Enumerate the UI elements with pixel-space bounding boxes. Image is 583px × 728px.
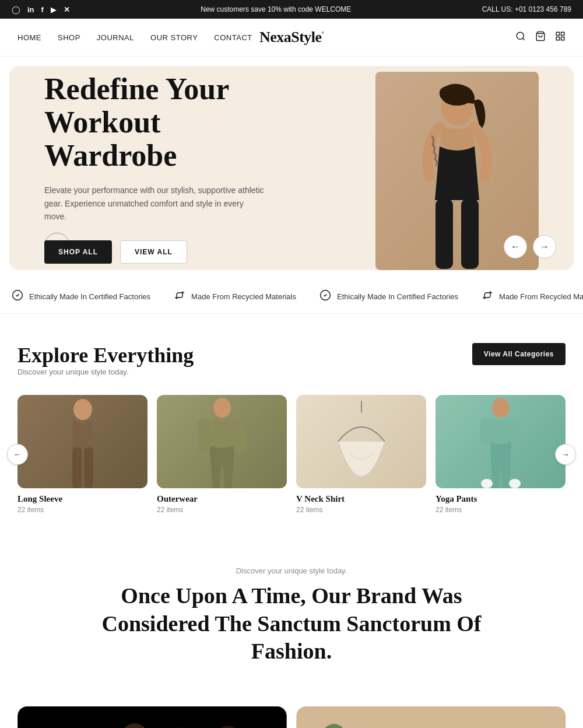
category-image-0 [17,395,147,488]
youtube-icon[interactable]: ▶ [51,5,57,14]
svg-rect-5 [556,37,559,40]
check-icon-1 [319,289,331,304]
view-all-button[interactable]: VIEW ALL [120,240,187,264]
svg-point-23 [481,479,493,488]
category-placeholder-0 [17,395,147,488]
svg-point-16 [213,398,231,418]
category-count-0: 22 items [17,506,147,514]
badge-item-3: Made From Recycled Materials [482,289,583,304]
x-icon[interactable]: ✕ [64,5,70,14]
categories-grid: Long Sleeve 22 items Outerwe [17,395,566,514]
hero-navigation[interactable]: ← → [504,235,556,258]
svg-rect-14 [72,447,82,488]
cart-icon[interactable] [535,31,546,44]
nav-our-story[interactable]: OUR STORY [150,33,198,42]
main-nav: HOME SHOP JOURNAL OUR STORY CONTACT Nexa… [0,19,583,57]
nav-action-icons[interactable] [515,31,566,44]
category-name-1: Outerwear [157,494,287,504]
recycle-icon-1 [482,289,493,304]
category-count-2: 22 items [296,506,426,514]
svg-rect-3 [556,32,559,35]
hero-title: Redefine Your Workout Wardrobe [44,72,278,173]
hero-prev-button[interactable]: ← [504,235,527,258]
top-bar: ◯ in f ▶ ✕ New customers save 10% with c… [0,0,583,19]
nav-shop[interactable]: SHOP [58,33,80,42]
badge-text-2: Ethically Made In Certified Factories [337,292,458,301]
explore-subtitle: Discover your unique style today. [17,368,194,376]
grid-icon[interactable] [555,31,566,44]
svg-rect-15 [84,447,93,488]
check-icon-0 [12,289,23,304]
social-links[interactable]: ◯ in f ▶ ✕ [12,5,70,14]
badge-item-0: Ethically Made In Certified Factories [12,289,150,304]
category-image-3 [436,395,566,488]
category-image-2 [296,395,426,488]
svg-rect-4 [561,32,564,35]
category-placeholder-1 [157,395,287,488]
svg-rect-18 [234,418,245,453]
search-icon[interactable] [515,31,526,44]
category-name-2: V Neck Shirt [296,494,426,504]
svg-point-24 [509,479,521,488]
hero-next-button[interactable]: → [533,235,556,258]
hero-section: Redefine Your Workout Wardrobe Elevate y… [9,66,574,270]
explore-title-group: Explore Everything Discover your unique … [17,343,194,390]
badge-text-1: Made From Recycled Materials [191,292,296,301]
instagram-icon[interactable]: ◯ [12,5,20,14]
category-carousel: ← Long Sleeve 22 items [17,395,566,514]
nav-home[interactable]: HOME [17,33,41,42]
carousel-next-button[interactable]: → [555,444,576,465]
svg-rect-21 [480,418,491,444]
nav-contact[interactable]: CONTACT [214,33,252,42]
nav-links[interactable]: HOME SHOP JOURNAL OUR STORY CONTACT [17,33,252,42]
category-name-0: Long Sleeve [17,494,147,504]
brand-story-sub: Discover your unique style today. [17,566,566,575]
collections-grid: STREET FASHION STYLE DENIM COLLECTION [0,689,583,729]
hero-subtitle: Elevate your performance with our stylis… [44,184,266,223]
category-card-2[interactable]: V Neck Shirt 22 items [296,395,426,514]
phone-number: CALL US: +01 0123 456 789 [482,5,571,13]
brand-story-section: Discover your unique style today. Once U… [0,531,583,689]
hero-buttons[interactable]: SHOP ALL VIEW ALL [44,240,278,264]
svg-point-0 [517,32,524,39]
category-image-1 [157,395,287,488]
category-placeholder-3 [436,395,566,488]
svg-point-20 [492,398,510,418]
svg-point-13 [73,399,92,420]
category-placeholder-2 [296,395,426,488]
category-card-3[interactable]: Yoga Pants 22 items [436,395,566,514]
nav-journal[interactable]: JOURNAL [97,33,134,42]
explore-title: Explore Everything [17,343,194,368]
collection-card-0[interactable]: STREET FASHION STYLE [17,706,287,729]
shop-all-button[interactable]: SHOP ALL [44,240,112,264]
category-card-1[interactable]: Outerwear 22 items [157,395,287,514]
brand-story-title: Once Upon A Time, Our Brand Was Consider… [93,582,490,666]
category-count-1: 22 items [157,506,287,514]
site-logo: NexaStyle° [259,29,324,46]
hero-content: Redefine Your Workout Wardrobe Elevate y… [9,66,312,270]
recycle-icon-0 [174,289,185,304]
promo-text: New customers save 10% with code WELCOME [201,5,351,13]
collection-card-1[interactable]: DENIM COLLECTION [296,706,566,729]
svg-rect-6 [561,37,564,40]
badge-item-2: Ethically Made In Certified Factories [319,289,458,304]
badge-item-1: Made From Recycled Materials [174,289,296,304]
svg-rect-25 [18,706,286,729]
view-all-categories-button[interactable]: View All Categories [472,343,566,365]
facebook-icon[interactable]: f [41,5,44,14]
explore-section: Explore Everything Discover your unique … [0,314,583,531]
badge-text-0: Ethically Made In Certified Factories [29,292,150,301]
svg-rect-22 [511,418,521,444]
svg-rect-10 [461,199,479,269]
svg-rect-9 [436,199,453,269]
category-name-3: Yoga Pants [436,494,566,504]
carousel-prev-button[interactable]: ← [7,444,28,465]
badge-text-3: Made From Recycled Materials [499,292,583,301]
linkedin-icon[interactable]: in [27,5,34,14]
explore-header: Explore Everything Discover your unique … [17,343,566,390]
category-card-0[interactable]: Long Sleeve 22 items [17,395,147,514]
svg-line-1 [522,38,524,40]
badge-strip: Ethically Made In Certified Factories Ma… [0,279,583,314]
svg-rect-17 [199,418,210,453]
category-count-3: 22 items [436,506,566,514]
